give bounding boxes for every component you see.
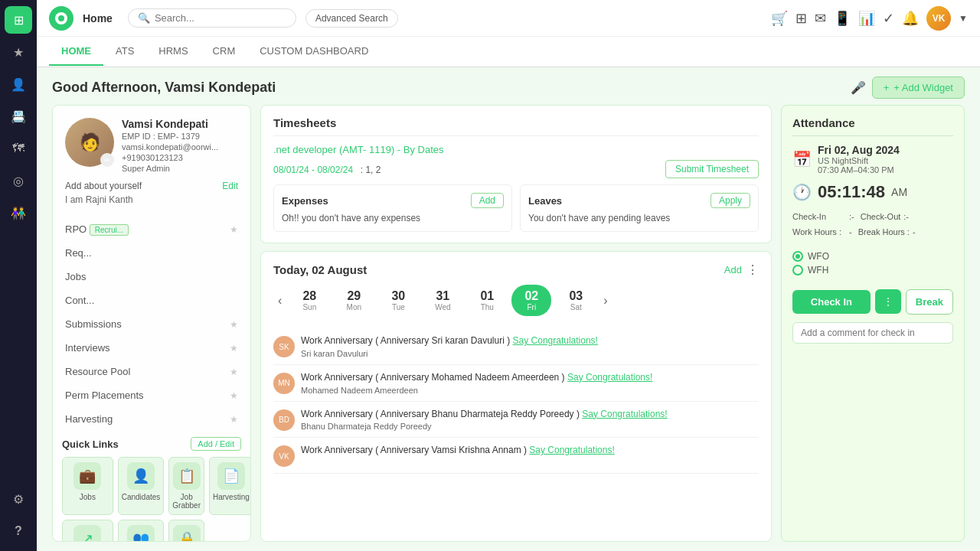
sidebar-item-submissions[interactable]: Submissions ★ xyxy=(53,312,250,336)
add-widget-button[interactable]: + + Add Widget xyxy=(872,77,965,99)
submissions-star-icon[interactable]: ★ xyxy=(230,319,238,330)
calendar-more-button[interactable]: ⋮ xyxy=(746,262,759,277)
whatsapp-icon[interactable]: 📱 xyxy=(834,10,851,27)
sidebar-item-contacts[interactable]: Cont... xyxy=(53,289,250,312)
interviews-star-icon[interactable]: ★ xyxy=(230,343,238,354)
user-avatar[interactable]: VK xyxy=(926,6,951,31)
sidebar-icon-circle[interactable]: ◎ xyxy=(5,167,32,194)
app-logo xyxy=(49,6,74,31)
event-link-1[interactable]: Say Congratulations! xyxy=(567,372,652,383)
submit-timesheet-button[interactable]: Submit Timesheet xyxy=(665,160,759,178)
tab-home[interactable]: HOME xyxy=(49,37,103,66)
sidebar-item-jobs[interactable]: Jobs xyxy=(53,265,250,289)
cal-day-03[interactable]: 03Sat xyxy=(556,285,596,316)
sidebar-item-resource-pool[interactable]: Resource Pool ★ xyxy=(53,360,250,383)
quick-link-job-grabber[interactable]: 📋 Job Grabber xyxy=(168,457,204,515)
check-in-more-button[interactable]: ⋮ xyxy=(875,289,901,314)
resource-pool-star-icon[interactable]: ★ xyxy=(230,367,238,377)
sidebar-item-interviews[interactable]: Interviews ★ xyxy=(53,336,250,360)
check-in-comment-input[interactable] xyxy=(792,322,953,344)
check-in-button[interactable]: Check In xyxy=(792,290,871,314)
check-details: Check-In :- Check-Out :- Work Hours : - … xyxy=(792,210,953,240)
check-icon[interactable]: ✓ xyxy=(883,10,894,27)
tab-ats[interactable]: ATS xyxy=(103,37,146,66)
add-expense-button[interactable]: Add xyxy=(471,193,504,208)
quick-link-candidates[interactable]: 👤 Candidates xyxy=(118,457,165,515)
sidebar-item-rpo[interactable]: RPO Recrui... ★ xyxy=(53,217,250,241)
calendar-add-button[interactable]: Add xyxy=(724,264,742,276)
advanced-search-button[interactable]: Advanced Search xyxy=(305,9,398,28)
calendar-next-button[interactable]: › xyxy=(599,292,612,309)
cal-day-29[interactable]: 29Mon xyxy=(334,285,374,316)
quick-link-resource-pool[interactable]: 👥 Resource P... xyxy=(118,520,165,542)
timesheets-widget: Timesheets .net developer (AMT- 1119) - … xyxy=(260,105,772,243)
sidebar-item-perm-placements[interactable]: Perm Placements ★ xyxy=(53,383,250,407)
sidebar-icon-person[interactable]: 👤 xyxy=(5,70,32,98)
work-hours-row: Work Hours : - Break Hours : - xyxy=(792,225,953,240)
wfo-label: WFO xyxy=(808,251,829,262)
tab-crm[interactable]: CRM xyxy=(201,37,248,66)
leaves-header: Leaves Apply xyxy=(528,193,750,208)
avatar-edit-icon[interactable]: ✏ xyxy=(100,153,114,167)
event-link-3[interactable]: Say Congratulations! xyxy=(529,445,614,455)
mic-icon[interactable]: 🎤 xyxy=(851,80,866,95)
cal-day-02[interactable]: 02Fri xyxy=(511,285,551,316)
calendar-prev-button[interactable]: ‹ xyxy=(273,292,286,309)
wfo-radio[interactable] xyxy=(792,251,803,262)
wfh-radio-row[interactable]: WFH xyxy=(792,265,953,276)
svg-point-1 xyxy=(58,15,64,21)
cal-day-31[interactable]: 31Wed xyxy=(423,285,462,316)
cal-day-28[interactable]: 28Sun xyxy=(289,285,329,316)
wfh-radio[interactable] xyxy=(792,265,803,276)
apply-leave-button[interactable]: Apply xyxy=(710,193,750,208)
sidebar-icon-settings[interactable]: ⚙ xyxy=(5,485,32,513)
quick-links-add-edit-button[interactable]: Add / Edit xyxy=(191,437,241,451)
sidebar-icon-star[interactable]: ★ xyxy=(5,38,32,66)
sidebar-icon-grid[interactable]: ⊞ xyxy=(5,6,32,34)
timesheet-count: : 1, 2 xyxy=(361,165,381,175)
event-content-3: Work Anniversary ( Anniversary Vamsi Kri… xyxy=(301,444,759,457)
break-button[interactable]: Break xyxy=(906,289,953,315)
candidates-link-label: Candidates xyxy=(122,493,161,501)
attendance-date-row: 📅 Fri 02, Aug 2024 US NightShift 07:30 A… xyxy=(792,144,953,174)
event-link-2[interactable]: Say Congratulations! xyxy=(582,409,667,419)
search-input[interactable] xyxy=(155,12,277,24)
add-about-section: Add about yourself Edit xyxy=(65,181,238,191)
sidebar-icon-group[interactable]: 👫 xyxy=(5,199,32,227)
profile-role: Super Admin xyxy=(122,164,238,173)
tab-custom-dashboard[interactable]: CUSTOM DASHBOARD xyxy=(247,37,381,66)
am-pm-label: AM xyxy=(891,186,907,198)
timesheet-project: .net developer (AMT- 1119) - By Dates xyxy=(273,144,759,155)
tab-hrms[interactable]: HRMS xyxy=(146,37,200,66)
leaves-box: Leaves Apply You don't have any pending … xyxy=(520,184,759,232)
bell-icon[interactable]: 🔔 xyxy=(902,10,919,27)
sidebar-icon-routes[interactable]: 🗺 xyxy=(5,135,32,162)
sidebar-icon-help[interactable]: ? xyxy=(5,517,32,545)
quick-link-perm-place[interactable]: 🔒 Perm Place... xyxy=(168,520,204,542)
cal-day-01[interactable]: 01Thu xyxy=(467,285,507,316)
wfo-radio-row[interactable]: WFO xyxy=(792,251,953,262)
rpo-star-icon[interactable]: ★ xyxy=(230,224,238,235)
search-box[interactable]: 🔍 xyxy=(128,8,296,28)
quick-link-harvesting[interactable]: 📄 Harvesting xyxy=(209,457,251,515)
event-link-0[interactable]: Say Congratulations! xyxy=(513,335,598,346)
resource-pool-icon: 👥 xyxy=(127,525,155,542)
quick-link-submissions[interactable]: ↗ Submissions xyxy=(62,520,113,542)
cal-day-30[interactable]: 30Tue xyxy=(378,285,418,316)
mail-icon[interactable]: ✉ xyxy=(815,10,826,27)
cart-icon[interactable]: 🛒 xyxy=(771,10,788,27)
dropdown-arrow-icon[interactable]: ▼ xyxy=(959,13,968,24)
sidebar-item-harvesting[interactable]: Harvesting ★ xyxy=(53,407,250,431)
perm-placements-label: Perm Placements xyxy=(65,390,144,401)
event-name-1: Mohamed Nadeem Ameerdeen xyxy=(301,386,759,395)
sidebar-icon-contacts[interactable]: 📇 xyxy=(5,103,32,130)
profile-edit-link[interactable]: Edit xyxy=(222,181,238,191)
quick-link-jobs[interactable]: 💼 Jobs xyxy=(62,457,113,515)
table-icon[interactable]: 📊 xyxy=(858,10,875,27)
check-in-label: Check-In xyxy=(792,210,846,225)
expenses-box: Expenses Add Oh!! you don't have any exp… xyxy=(273,184,512,232)
perm-placements-star-icon[interactable]: ★ xyxy=(230,390,238,401)
grid2-icon[interactable]: ⊞ xyxy=(795,10,807,27)
harvesting-star-icon[interactable]: ★ xyxy=(230,414,238,425)
sidebar-item-req[interactable]: Req... xyxy=(53,241,250,265)
